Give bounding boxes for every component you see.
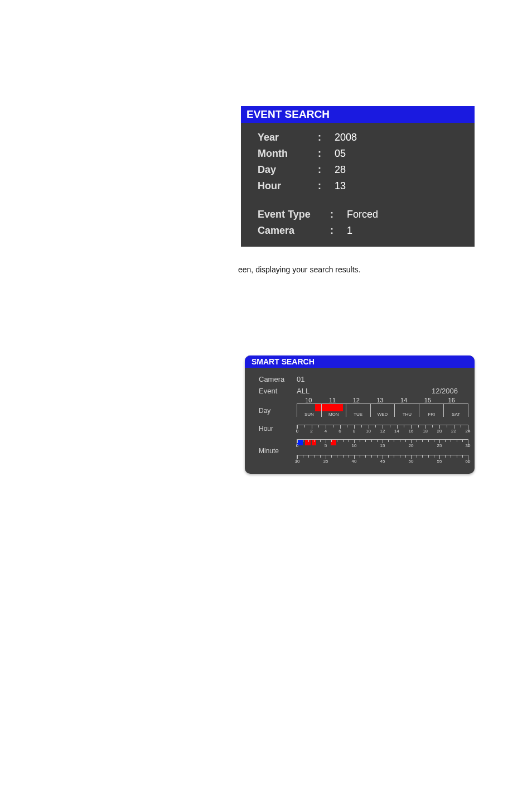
minute-row-label: Minute (259, 447, 279, 455)
ss-event-label: Event (259, 387, 297, 395)
event-type-label: Event Type (258, 209, 330, 220)
ss-date: 12/2006 (432, 387, 458, 395)
colon: : (318, 164, 335, 176)
event-type-row[interactable]: Event Type : Forced (258, 206, 458, 223)
camera-value: 1 (347, 225, 352, 237)
minute-tick-label: 60 (466, 459, 471, 464)
hour-tick-label: 8 (353, 429, 355, 434)
ss-event-row[interactable]: Event ALL 12/2006 (259, 385, 463, 397)
day-row[interactable]: Day : 28 (258, 162, 458, 178)
minute-tick-label: 25 (437, 443, 442, 448)
minute-tick-label: 5 (325, 443, 327, 448)
smart-search-panel: SMART SEARCH Camera 01 Event ALL 12/2006… (245, 355, 475, 474)
day-value: 28 (335, 164, 346, 176)
hour-bar[interactable]: 024681012141618202224 (297, 425, 468, 433)
day-name: SAT (452, 412, 460, 417)
day-num: 15 (416, 397, 440, 403)
day-row-label: Day (259, 407, 270, 415)
hour-tick-label: 12 (380, 429, 385, 434)
day-name: SUN (304, 412, 314, 417)
hour-tick-label: 16 (409, 429, 414, 434)
year-label: Year (258, 132, 318, 143)
ss-camera-value: 01 (297, 375, 325, 383)
minute-tick-label: 45 (380, 459, 385, 464)
day-name: WED (378, 412, 388, 417)
minute-bar-2[interactable]: 30354045505560 (297, 455, 468, 463)
month-value: 05 (335, 148, 346, 160)
event-search-title: EVENT SEARCH (241, 106, 475, 123)
day-numbers: 10 11 12 13 14 15 16 (297, 397, 463, 403)
day-num: 10 (297, 397, 321, 403)
month-row[interactable]: Month : 05 (258, 146, 458, 162)
day-name: THU (403, 412, 412, 417)
day-num: 16 (439, 397, 463, 403)
day-name: MON (328, 412, 339, 417)
day-num: 11 (321, 397, 345, 403)
ss-event-value: ALL (297, 387, 325, 395)
hour-tick-label: 0 (296, 429, 298, 434)
day-num: 12 (344, 397, 368, 403)
minute-tick-label: 10 (352, 443, 357, 448)
colon: : (318, 180, 335, 192)
camera-label: Camera (258, 225, 330, 237)
hour-tick-label: 22 (451, 429, 456, 434)
hour-tick-label: 14 (394, 429, 399, 434)
hour-tick-label: 18 (423, 429, 428, 434)
hour-tick-label: 2 (310, 429, 312, 434)
hour-row[interactable]: Hour : 13 (258, 178, 458, 194)
minute-tick-label: 55 (437, 459, 442, 464)
day-label: Day (258, 164, 318, 176)
smart-search-body: Camera 01 Event ALL 12/2006 10 11 12 13 … (245, 368, 475, 464)
ss-camera-label: Camera (259, 375, 297, 383)
camera-row[interactable]: Camera : 1 (258, 223, 458, 239)
hour-tick-label: 6 (338, 429, 341, 434)
event-type-value: Forced (347, 209, 378, 220)
year-value: 2008 (335, 132, 357, 143)
colon: : (318, 148, 335, 160)
colon: : (318, 132, 335, 143)
day-num: 14 (392, 397, 416, 403)
event-search-body: Year : 2008 Month : 05 Day : 28 Hour : 1… (241, 123, 475, 247)
hour-label: Hour (258, 180, 318, 192)
hour-value: 13 (335, 180, 346, 192)
hour-tick-label: 4 (325, 429, 327, 434)
minute-tick-label: 50 (409, 459, 414, 464)
smart-search-title: SMART SEARCH (245, 355, 475, 368)
day-bar[interactable]: SUN MON TUE WED THU FRI SAT (297, 403, 468, 417)
minute-tick-label: 30 (466, 443, 471, 448)
minute-tick-label: 40 (352, 459, 357, 464)
minute-marker-red (305, 440, 311, 445)
colon: : (330, 209, 347, 220)
minute-tick-label: 15 (380, 443, 385, 448)
hour-tick-label: 10 (366, 429, 371, 434)
day-name: TUE (354, 412, 362, 417)
hour-tick-label: 20 (437, 429, 442, 434)
month-label: Month (258, 148, 318, 160)
minute-tick-label: 20 (409, 443, 414, 448)
minute-tick-label: 30 (295, 459, 300, 464)
caption-text: een, displaying your search results. (238, 265, 360, 274)
hour-tick-label: 24 (466, 429, 471, 434)
minute-bar-1[interactable]: 051015202530 (297, 439, 468, 447)
day-name: FRI (428, 412, 435, 417)
day-num: 13 (368, 397, 392, 403)
minute-tick-label: 0 (296, 443, 298, 448)
hour-row-label: Hour (259, 425, 273, 433)
year-row[interactable]: Year : 2008 (258, 129, 458, 146)
minute-tick-label: 35 (323, 459, 328, 464)
ss-camera-row[interactable]: Camera 01 (259, 373, 463, 385)
event-search-panel: EVENT SEARCH Year : 2008 Month : 05 Day … (241, 106, 475, 247)
colon: : (330, 225, 347, 237)
